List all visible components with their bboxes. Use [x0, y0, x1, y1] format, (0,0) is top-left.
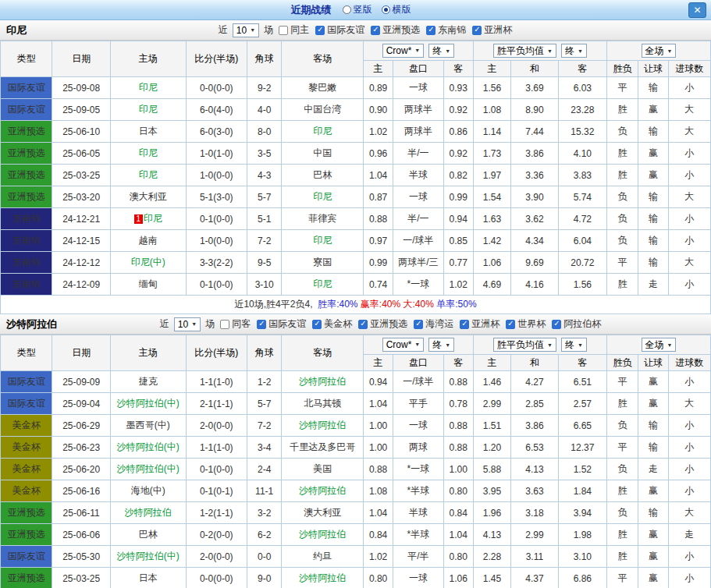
- home-team-name: 沙特阿拉伯(中): [117, 463, 180, 474]
- away-team-cell: 印尼: [282, 186, 364, 208]
- odds-stage-select[interactable]: 终▼: [428, 44, 454, 58]
- mean-stage-select[interactable]: 终▼: [561, 338, 587, 352]
- match-date: 25-06-29: [52, 415, 110, 437]
- home-team-cell: 捷克: [110, 371, 186, 393]
- match-count-select[interactable]: 10▼: [233, 23, 259, 37]
- same-venue-checkbox[interactable]: 同客: [220, 317, 251, 331]
- odds-provider-select[interactable]: Crow*▼: [382, 44, 425, 58]
- match-date: 25-09-09: [52, 371, 110, 393]
- away-odds: 1.06: [443, 568, 473, 588]
- away-team-cell: 千里达及多巴哥: [282, 437, 364, 459]
- mean-away-odds: 1.84: [558, 480, 606, 502]
- chevron-down-icon: ▼: [667, 342, 673, 348]
- match-type-badge: 亚洲预选: [1, 143, 52, 165]
- away-odds: 0.88: [443, 415, 473, 437]
- mean-home-odds: 1.96: [473, 502, 510, 524]
- layout-radio-horizontal[interactable]: 横版: [382, 3, 411, 16]
- period-select[interactable]: 全场▼: [642, 44, 677, 58]
- mean-odds-select[interactable]: 胜平负均值▼: [493, 44, 556, 58]
- mean-draw-odds: 3.63: [511, 480, 558, 502]
- match-date: 25-03-20: [52, 186, 110, 208]
- outcome-result: 平: [607, 77, 638, 99]
- handicap-result: 走: [638, 274, 668, 296]
- league-filter-checkbox[interactable]: 世界杯: [506, 317, 546, 331]
- period-select[interactable]: 全场▼: [642, 338, 677, 352]
- match-date: 25-06-23: [52, 437, 110, 459]
- away-team-cell: 沙特阿拉伯: [282, 371, 364, 393]
- layout-radio-vertical[interactable]: 竖版: [343, 3, 372, 16]
- home-odds: 0.97: [363, 230, 393, 252]
- match-score: 2-0(0-0): [186, 546, 247, 568]
- red-card-badge: 1: [134, 214, 143, 224]
- handicap-line: *一球: [393, 274, 443, 296]
- home-team-name: 日本: [139, 572, 158, 583]
- mean-draw-odds: 4.27: [511, 371, 558, 393]
- match-type-badge: 国际友谊: [1, 77, 52, 99]
- mean-home-odds: 4.13: [473, 524, 510, 546]
- match-row: 亚洲预选25-03-25印尼1-0(0-0)4-3巴林1.04半球0.821.9…: [1, 165, 711, 186]
- odds-provider-select-value: Crow*: [386, 45, 412, 56]
- home-team-cell: 沙特阿拉伯(中): [110, 459, 186, 480]
- chevron-down-icon: ▼: [578, 342, 583, 348]
- home-team-name: 日本: [139, 126, 158, 136]
- away-team-name: 约旦: [313, 551, 332, 561]
- league-filter-checkbox[interactable]: 东南锦: [426, 23, 466, 37]
- fullmatch-header-group: 全场▼: [607, 41, 711, 61]
- handicap-result: 赢: [638, 99, 668, 121]
- home-odds: 1.04: [363, 165, 393, 186]
- home-team-name: 澳大利亚: [130, 191, 167, 202]
- away-team-name: 美国: [313, 463, 332, 474]
- match-row: 美金杯25-06-20沙特阿拉伯(中)0-1(0-0)2-4美国0.88*一球1…: [1, 459, 711, 480]
- match-type-badge: 亚洲预选: [1, 524, 52, 546]
- away-team-name: 中国: [313, 147, 332, 158]
- handicap-result: 赢: [638, 165, 668, 186]
- handicap-result: 赢: [638, 546, 668, 568]
- league-filter-checkbox[interactable]: 亚洲预选: [371, 23, 420, 37]
- close-button[interactable]: ✕: [688, 2, 706, 18]
- match-date: 25-06-10: [52, 121, 110, 143]
- handicap-result: 赢: [638, 393, 668, 415]
- mean-draw-odds: 9.69: [511, 252, 558, 274]
- handicap-result: 赢: [638, 568, 668, 588]
- league-filter-checkbox[interactable]: 亚洲预选: [358, 317, 407, 331]
- league-filter-checkbox[interactable]: 国际友谊: [257, 317, 306, 331]
- league-filter-checkbox[interactable]: 国际友谊: [315, 23, 364, 37]
- col-header-away: 客场: [282, 41, 364, 77]
- section-header-saudi-arabia: 沙特阿拉伯 近10▼场同客国际友谊美金杯亚洲预选海湾运亚洲杯世界杯阿拉伯杯: [0, 314, 711, 335]
- odds-stage-select[interactable]: 终▼: [428, 338, 454, 352]
- handicap-result: 赢: [638, 480, 668, 502]
- league-filter-checkbox[interactable]: 亚洲杯: [460, 317, 499, 331]
- match-date: 25-05-30: [52, 546, 110, 568]
- mean-odds-select[interactable]: 胜平负均值▼: [493, 338, 556, 352]
- odds-provider-select[interactable]: Crow*▼: [382, 338, 425, 352]
- match-date: 25-03-25: [52, 568, 110, 588]
- match-type-badge: 东南锦: [1, 208, 52, 230]
- radio-label-vertical: 竖版: [354, 3, 372, 16]
- mean-stage-select[interactable]: 终▼: [561, 44, 587, 58]
- league-filter-checkbox[interactable]: 亚洲杯: [472, 23, 512, 37]
- goals-result: 大: [668, 393, 710, 415]
- mean-away-odds: 12.37: [558, 437, 606, 459]
- handicap-line: 半球: [393, 165, 443, 186]
- handicap-line: 两球: [393, 437, 443, 459]
- away-team-cell: 中国: [282, 143, 364, 165]
- league-filter-checkbox[interactable]: 阿拉伯杯: [552, 317, 601, 331]
- mean-draw-odds: 3.90: [511, 186, 558, 208]
- checkbox-icon: [426, 26, 435, 35]
- same-venue-checkbox[interactable]: 同主: [279, 23, 309, 37]
- match-row: 国际友谊25-05-30沙特阿拉伯(中)2-0(0-0)0-0约旦1.02平/半…: [1, 546, 711, 568]
- home-team-cell: 印尼: [110, 99, 186, 121]
- match-count-select[interactable]: 10▼: [174, 317, 201, 331]
- league-filter-checkbox[interactable]: 美金杯: [312, 317, 352, 331]
- league-filter-checkbox[interactable]: 海湾运: [414, 317, 453, 331]
- checkbox-icon: [220, 320, 229, 329]
- filter-bar: 近10▼场同主国际友谊亚洲预选东南锦亚洲杯: [27, 23, 705, 37]
- col-header-odds-handicap: 盘口: [393, 61, 443, 77]
- mean-home-odds: 1.08: [473, 99, 510, 121]
- match-type-badge: 美金杯: [1, 437, 52, 459]
- goals-result: 小: [668, 480, 710, 502]
- handicap-result: 赢: [638, 524, 668, 546]
- corner-count: 5-7: [247, 186, 282, 208]
- away-odds: 0.80: [443, 480, 473, 502]
- mean-draw-odds: 4.34: [511, 230, 558, 252]
